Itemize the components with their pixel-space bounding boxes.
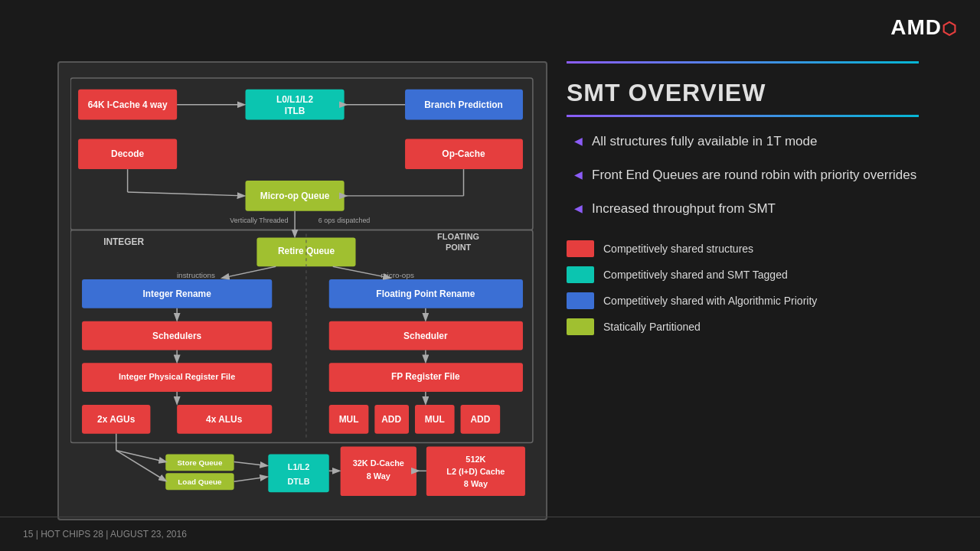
ops-dispatched-label: 6 ops dispatched	[318, 217, 370, 224]
legend-item-teal: Competitively shared and SMT Tagged	[567, 266, 957, 283]
svg-line-45	[234, 461, 267, 465]
opcache-label: Op-Cache	[442, 148, 485, 159]
l2cache-label: 512K	[466, 455, 485, 464]
legend-item-red: Competitively shared structures	[567, 240, 957, 257]
architecture-diagram: 64K I-Cache 4 way L0/L1/L2 ITLB Branch P…	[70, 74, 534, 507]
dcache-label2: 8 Way	[367, 471, 390, 481]
svg-line-43	[116, 451, 166, 462]
fp-scheduler-label: Scheduler	[403, 331, 448, 341]
itlb-label: L0/L1/L2	[276, 94, 314, 105]
branch-label: Branch Prediction	[424, 99, 503, 110]
integer-section-label: INTEGER	[103, 236, 144, 247]
store-queue-label: Store Queue	[177, 458, 222, 467]
mul2-label: MUL	[425, 414, 445, 425]
legend-item-green: Statically Partitioned	[567, 318, 957, 335]
footer-bar: 15 | HOT CHIPS 28 | AUGUST 23, 2016	[0, 517, 980, 551]
instructions-label: instructions	[177, 271, 215, 279]
svg-line-10	[128, 192, 244, 196]
int-rename-label: Integer Rename	[142, 289, 211, 299]
vertically-threaded-label: Vertically Threaded	[230, 217, 288, 224]
add2-label: ADD	[470, 414, 490, 425]
dcache-label: 32K D-Cache	[353, 458, 404, 468]
right-panel: SMT OVERVIEW ◀ All structures fully avai…	[567, 61, 957, 344]
svg-line-33	[223, 266, 276, 278]
svg-line-46	[234, 477, 267, 481]
bullet-text-2: Front End Queues are round robin with pr…	[592, 166, 916, 184]
bullet-item-3: ◀ Increased throughput from SMT	[574, 200, 957, 218]
dtlb-label: L1/L2	[288, 462, 310, 471]
legend-label-red: Competitively shared structures	[603, 243, 753, 255]
bullet-arrow-2: ◀	[574, 168, 583, 183]
bullet-arrow-3: ◀	[574, 201, 583, 217]
svg-rect-29	[268, 454, 328, 492]
legend-box-red	[567, 240, 594, 257]
int-regfile-label: Integer Physical Register File	[119, 372, 235, 381]
fp-section-label2: POINT	[446, 243, 472, 252]
alus-label: 4x ALUs	[206, 414, 243, 425]
fp-rename-label: Floating Point Rename	[376, 289, 475, 299]
title-underline	[567, 115, 919, 117]
bullet-list: ◀ All structures fully available in 1T m…	[574, 132, 957, 217]
fp-regfile-label: FP Register File	[391, 371, 460, 382]
legend: Competitively shared structures Competit…	[567, 240, 957, 335]
legend-label-teal: Competitively shared and SMT Tagged	[603, 269, 788, 281]
dtlb-label2: DTLB	[287, 477, 309, 486]
agus-label: 2x AGUs	[97, 414, 136, 425]
diagram-panel: 64K I-Cache 4 way L0/L1/L2 ITLB Branch P…	[57, 61, 547, 520]
legend-box-teal	[567, 266, 594, 283]
icache-label: 64K I-Cache 4 way	[88, 99, 168, 110]
l2cache-label2: L2 (I+D) Cache	[446, 467, 505, 476]
legend-label-green: Statically Partitioned	[603, 321, 701, 333]
legend-box-blue	[567, 292, 594, 309]
decode-label: Decode	[111, 148, 144, 159]
legend-label-blue: Competitively shared with Algorithmic Pr…	[603, 295, 817, 307]
bullet-text-1: All structures fully available in 1T mod…	[592, 132, 818, 151]
mul1-label: MUL	[339, 414, 359, 425]
microopq-label: Micro-op Queue	[260, 191, 330, 201]
bullet-text-3: Increased throughput from SMT	[592, 200, 776, 218]
title-decorative-line	[567, 61, 919, 64]
legend-box-green	[567, 318, 594, 335]
bullet-item-1: ◀ All structures fully available in 1T m…	[574, 132, 957, 151]
add1-label: ADD	[381, 414, 401, 425]
svg-line-44	[116, 451, 166, 481]
schedulers-label: Schedulers	[152, 331, 202, 341]
amd-logo: AMD⬡	[890, 15, 957, 40]
bullet-arrow-1: ◀	[574, 134, 583, 149]
footer-text: 15 | HOT CHIPS 28 | AUGUST 23, 2016	[23, 529, 187, 540]
fp-section-label: FLOATING	[437, 232, 479, 241]
microops-label: micro-ops	[381, 271, 414, 279]
itlb-label2: ITLB	[285, 106, 305, 116]
legend-item-blue: Competitively shared with Algorithmic Pr…	[567, 292, 957, 309]
l2cache-label3: 8 Way	[464, 479, 488, 488]
section-title: SMT OVERVIEW	[567, 79, 957, 107]
load-queue-label: Load Queue	[178, 478, 222, 486]
bullet-item-2: ◀ Front End Queues are round robin with …	[574, 166, 957, 184]
